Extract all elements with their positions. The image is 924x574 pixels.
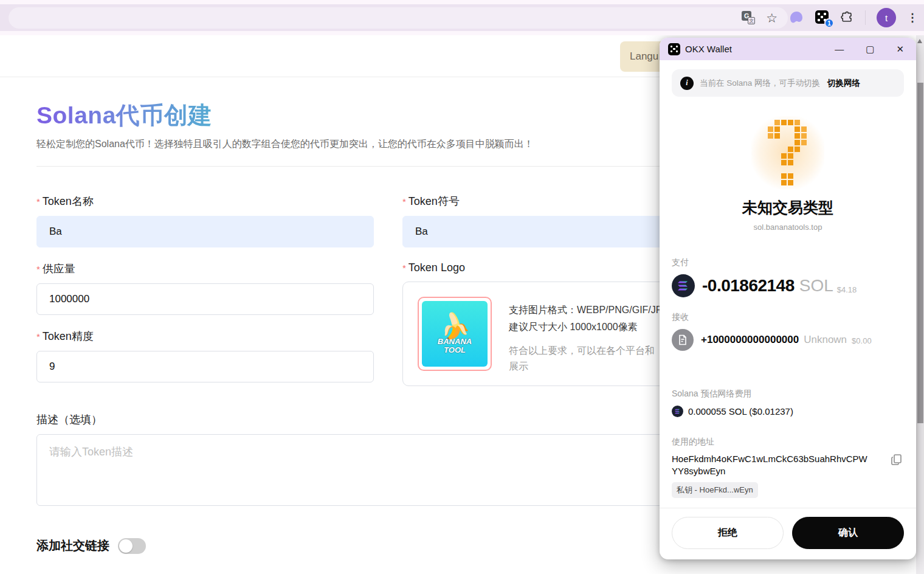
banana-logo-image: 🍌 [438, 311, 471, 340]
pay-currency: SOL [799, 276, 833, 296]
precision-label: * Token精度 [36, 329, 374, 344]
logo-formats-hint: 支持图片格式：WEBP/PNG/GIF/JP [509, 302, 662, 319]
confirm-button[interactable]: 确认 [792, 517, 904, 549]
required-mark: * [402, 196, 406, 207]
social-links-toggle[interactable] [118, 538, 146, 554]
required-mark: * [36, 264, 40, 274]
unknown-tx-icon-area [672, 116, 904, 189]
precision-group: * Token精度 [36, 329, 374, 382]
receive-section: 接收 +1000000000000000 Unknown $0.00 [672, 312, 904, 351]
network-fee-label: Solana 预估网络费用 [672, 389, 904, 399]
copy-address-icon[interactable] [891, 454, 903, 466]
okx-logo-icon [668, 43, 680, 55]
maximize-button[interactable]: ▢ [866, 44, 874, 54]
okx-extension-icon[interactable]: 1 [815, 10, 830, 25]
okx-wallet-window: OKX Wallet — ▢ ✕ i 当前在 Solana 网络，可手动切换 切… [660, 38, 916, 559]
scrollbar-up-arrow-icon[interactable] [917, 39, 922, 43]
pay-section: 支付 [672, 257, 904, 297]
wallet-titlebar[interactable]: OKX Wallet — ▢ ✕ [660, 38, 916, 60]
network-fee-section: Solana 预估网络费用 0.000055 SOL ($0.01237) [672, 389, 904, 417]
network-fee-value: 0.000055 SOL ($0.01237) [688, 406, 793, 417]
receive-amount: +1000000000000000 [701, 334, 799, 346]
switch-network-link[interactable]: 切换网络 [827, 78, 860, 89]
bookmark-star-icon[interactable]: ☆ [766, 12, 777, 24]
pay-amount: -0.01862148 [702, 276, 795, 296]
translate-icon[interactable]: G 文 [742, 11, 755, 24]
token-name-input[interactable] [36, 216, 374, 247]
supply-group: * 供应量 [36, 261, 374, 315]
toolbar-separator [865, 10, 866, 25]
transaction-type-title: 未知交易类型 [672, 198, 904, 218]
required-mark: * [36, 331, 40, 342]
receive-currency: Unknown [804, 334, 847, 346]
minimize-button[interactable]: — [835, 44, 844, 54]
logo-note-line2: 展示 [509, 359, 662, 375]
address-bar[interactable] [9, 7, 788, 29]
private-key-badge: 私钥 - HoeFkd...wEyn [672, 482, 758, 498]
solana-token-icon [672, 274, 695, 297]
supply-input[interactable] [36, 283, 374, 315]
required-mark: * [402, 263, 406, 273]
social-links-label: 添加社交链接 [36, 538, 109, 554]
pixel-question-mark-icon [764, 120, 812, 185]
precision-input[interactable] [36, 351, 374, 382]
address-section: 使用的地址 HoeFkdmh4oKFwC1wLmCkC63bSuahRhvCPW… [672, 437, 904, 498]
network-notice-banner: i 当前在 Solana 网络，可手动切换 切换网络 [672, 69, 904, 97]
screen: G 文 ☆ 1 t ⋮ Langu So [0, 0, 924, 574]
request-site-domain: sol.bananatools.top [672, 223, 904, 232]
wallet-window-title: OKX Wallet [685, 44, 732, 54]
token-name-label: * Token名称 [36, 194, 374, 209]
browser-toolbar: G 文 ☆ 1 t ⋮ [0, 0, 924, 35]
receive-label: 接收 [672, 312, 904, 323]
page-title: Solana代币创建 [36, 99, 212, 132]
translate-wen-glyph: 文 [748, 17, 755, 24]
logo-note-line1: 符合以上要求，可以在各个平台和 [509, 343, 662, 359]
network-notice-text: 当前在 Solana 网络，可手动切换 [700, 78, 820, 89]
page-scrollbar[interactable] [916, 35, 924, 574]
scrollbar-thumb[interactable] [917, 83, 923, 423]
supply-label: * 供应量 [36, 261, 374, 276]
info-icon: i [680, 77, 694, 90]
wallet-address: HoeFkdmh4oKFwC1wLmCkC63bSuahRhvCPWYY8syb… [672, 453, 872, 477]
required-mark: * [36, 196, 40, 207]
token-logo-preview[interactable]: 🍌 BANANA TOOL [418, 297, 492, 371]
pay-label: 支付 [672, 257, 904, 268]
logo-size-hint: 建议尺寸大小 1000x1000像素 [509, 319, 662, 336]
reject-button[interactable]: 拒绝 [672, 517, 784, 549]
token-name-group: * Token名称 [36, 194, 374, 247]
pay-fiat-value: $4.18 [837, 285, 857, 297]
extension-badge: 1 [824, 18, 834, 28]
receive-fiat-value: $0.00 [852, 335, 872, 345]
extensions-puzzle-icon[interactable] [841, 11, 854, 24]
unknown-token-icon [672, 329, 694, 351]
address-label: 使用的地址 [672, 437, 904, 448]
solana-fee-icon [672, 406, 683, 417]
close-button[interactable]: ✕ [896, 44, 904, 54]
profile-avatar[interactable]: t [877, 8, 896, 27]
phantom-extension-icon[interactable] [788, 10, 804, 25]
wallet-footer: 拒绝 确认 [660, 508, 916, 549]
browser-menu-icon[interactable]: ⋮ [907, 12, 918, 23]
